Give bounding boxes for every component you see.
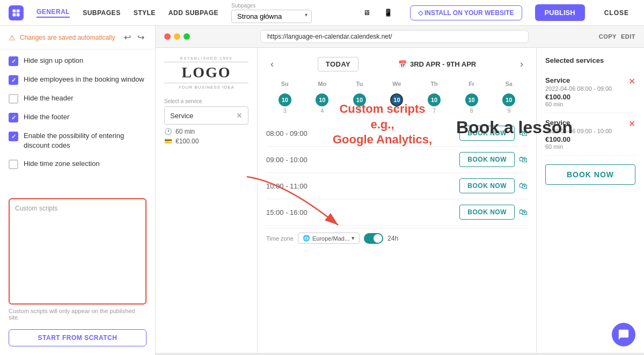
checkbox-discount-codes[interactable]: [9, 132, 18, 141]
close-button[interactable]: CLOSE: [598, 5, 635, 21]
globe-icon: 🌐: [303, 235, 310, 242]
nav-items: GENERAL SUBPAGES STYLE ADD SUBPAGE: [36, 8, 218, 18]
nav-add-subpage[interactable]: ADD SUBPAGE: [169, 9, 218, 17]
day-tu: Tu: [341, 78, 378, 89]
book-now-button-0[interactable]: BOOK NOW: [459, 126, 515, 141]
book-now-button-1[interactable]: BOOK NOW: [459, 152, 515, 167]
dot-green: [184, 33, 190, 40]
day-fr: Fr: [453, 78, 491, 89]
main-layout: ⚠ Changes are saved automatically ↩ ↪ Hi…: [0, 26, 644, 355]
service-select-input[interactable]: Service ✕: [164, 106, 248, 125]
day-badge-4: 10: [316, 93, 328, 106]
day-th: Th: [415, 78, 453, 89]
day-num-4: 4: [320, 107, 324, 114]
prev-week-button[interactable]: ‹: [266, 56, 278, 72]
big-book-now-button[interactable]: BOOK NOW: [545, 164, 635, 185]
time-format-toggle[interactable]: [364, 233, 383, 244]
day-cell-3[interactable]: 103: [266, 93, 304, 114]
days-row: 103 104 105 106 107 108 109: [266, 93, 528, 114]
svg-rect-1: [17, 9, 20, 12]
day-num-9: 9: [507, 107, 510, 114]
today-button[interactable]: TODAY: [318, 57, 359, 71]
chat-bubble[interactable]: [612, 323, 635, 346]
publish-button[interactable]: PUBLISH: [535, 4, 585, 21]
subpages-selector[interactable]: Subpages Strona główna ▾: [231, 3, 312, 23]
day-num-5: 5: [358, 107, 361, 114]
checkbox-hide-footer[interactable]: [9, 113, 18, 122]
booking-left-panel: ESTABLISHED 1989 LOGO YOUR BUSINESS IDEA…: [156, 48, 258, 353]
custom-scripts-textarea[interactable]: [15, 215, 140, 296]
checkbox-hide-employees[interactable]: [9, 75, 18, 85]
nav-style[interactable]: STYLE: [134, 9, 156, 17]
card-icon: 💳: [164, 137, 172, 145]
day-cell-8[interactable]: 108: [453, 93, 491, 114]
top-navigation: GENERAL SUBPAGES STYLE ADD SUBPAGE Subpa…: [0, 0, 644, 26]
timezone-select[interactable]: 🌐 Europe/Mad... ▾: [298, 233, 360, 244]
time-slot-2: 10:00 - 11:00 BOOK NOW 🛍: [266, 173, 528, 199]
bag-icon-2: 🛍: [519, 181, 528, 191]
day-cell-6[interactable]: 106: [378, 93, 416, 114]
day-num-6: 6: [395, 107, 398, 114]
day-cell-9[interactable]: 109: [490, 93, 528, 114]
checkbox-hide-signup[interactable]: [9, 56, 18, 66]
selected-item-name-0: Service: [545, 76, 635, 84]
desktop-icon[interactable]: 🖥: [358, 4, 376, 21]
day-badge-9: 10: [502, 93, 515, 106]
day-badge-7: 10: [428, 93, 441, 106]
time-label-0: 08:00 - 09:00: [266, 129, 308, 137]
left-panel: ⚠ Changes are saved automatically ↩ ↪ Hi…: [0, 26, 156, 355]
remove-item-button-1[interactable]: ✕: [628, 119, 635, 129]
day-badge-3: 10: [279, 93, 291, 106]
install-button[interactable]: ◇ INSTALL ON YOUR WEBSITE: [410, 5, 522, 20]
timezone-bar: Time zone 🌐 Europe/Mad... ▾ 24h: [266, 228, 528, 248]
copy-url-button[interactable]: COPY: [599, 33, 617, 40]
book-now-button-2[interactable]: BOOK NOW: [459, 178, 515, 193]
start-from-scratch-button[interactable]: START FROM SCRATCH: [9, 329, 147, 346]
remove-item-button-0[interactable]: ✕: [628, 76, 635, 86]
tz-chevron-icon: ▾: [352, 235, 355, 242]
checkbox-hide-timezone[interactable]: [9, 160, 18, 169]
time-slot-1: 09:00 - 10:00 BOOK NOW 🛍: [266, 147, 528, 173]
selected-item-dur-1: 60 min: [545, 143, 635, 150]
edit-url-button[interactable]: EDIT: [621, 33, 635, 40]
url-text: https://language-en-calendar.calendesk.n…: [267, 33, 392, 40]
service-select-area: Select a service Service ✕ 🕐 60 min 💳 €1…: [164, 98, 248, 145]
day-cell-5[interactable]: 105: [341, 93, 378, 114]
time-slot-0: 08:00 - 09:00 BOOK NOW 🛍: [266, 120, 528, 147]
book-now-button-3[interactable]: BOOK NOW: [459, 205, 515, 220]
next-week-button[interactable]: ›: [516, 56, 528, 72]
bag-icon-0: 🛍: [519, 128, 528, 138]
selected-item-1: Service 2022-04-06 09:00 - 10:00 €100.00…: [545, 113, 635, 156]
checkbox-hide-header[interactable]: [9, 94, 18, 104]
custom-scripts-box: Custom scripts: [9, 198, 147, 305]
undo-button[interactable]: ↩: [122, 31, 133, 44]
redo-button[interactable]: ↪: [135, 31, 147, 44]
day-num-7: 7: [433, 107, 436, 114]
nav-subpages[interactable]: SUBPAGES: [83, 9, 120, 17]
service-value: Service: [170, 112, 193, 120]
selected-services-title: Selected services: [545, 56, 635, 64]
option-discount-codes: Enable the possibility of entering disco…: [9, 131, 147, 150]
time-label-3: 15:00 - 16:00: [266, 208, 308, 216]
logo-established: ESTABLISHED 1989: [164, 56, 248, 60]
autosave-bar: ⚠ Changes are saved automatically ↩ ↪: [0, 26, 155, 49]
time-label-1: 09:00 - 10:00: [266, 156, 308, 164]
logo: [9, 5, 24, 20]
selected-item-name-1: Service: [545, 119, 635, 127]
day-cell-7[interactable]: 107: [415, 93, 453, 114]
url-actions: COPY EDIT: [599, 33, 635, 40]
calendar-icon: 📅: [398, 60, 407, 68]
nav-general[interactable]: GENERAL: [36, 8, 70, 18]
clear-icon[interactable]: ✕: [236, 111, 243, 120]
clock-icon: 🕐: [164, 128, 172, 135]
svg-rect-2: [13, 13, 16, 16]
selected-item-price-1: €100.00: [545, 135, 635, 143]
day-cell-4[interactable]: 104: [304, 93, 341, 114]
day-badge-6: 10: [390, 93, 403, 106]
time-label-2: 10:00 - 11:00: [266, 182, 308, 190]
day-mo: Mo: [304, 78, 341, 89]
option-label-hide-timezone: Hide time zone selection: [24, 159, 100, 169]
mobile-icon[interactable]: 📱: [380, 4, 397, 21]
preview-area: https://language-en-calendar.calendesk.n…: [156, 26, 644, 355]
subpages-select[interactable]: Strona główna: [231, 10, 312, 23]
